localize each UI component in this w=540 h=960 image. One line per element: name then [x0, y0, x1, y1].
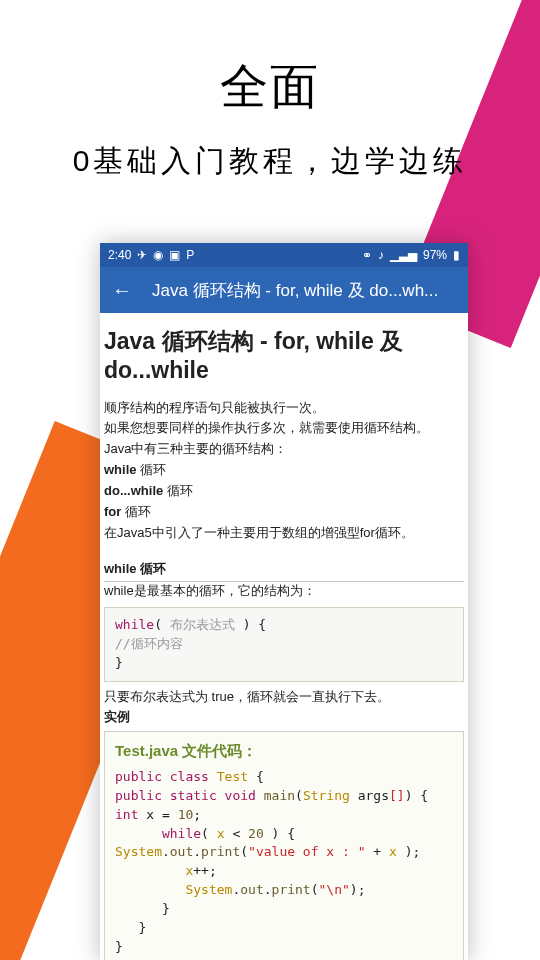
- list-item: while 循环: [104, 461, 464, 480]
- paragraph: Java中有三种主要的循环结构：: [104, 440, 464, 459]
- battery-icon: ▮: [453, 248, 460, 262]
- code-block: while( 布尔表达式 ) { //循环内容 }: [104, 607, 464, 682]
- back-icon[interactable]: ←: [112, 279, 132, 302]
- paragraph: 顺序结构的程序语句只能被执行一次。: [104, 399, 464, 418]
- page-title: Java 循环结构 - for, while 及 do...while: [104, 327, 464, 385]
- promo-heading: 全面: [0, 55, 540, 119]
- document-content[interactable]: Java 循环结构 - for, while 及 do...while 顺序结构…: [100, 313, 468, 960]
- paragraph: 只要布尔表达式为 true，循环就会一直执行下去。: [104, 688, 464, 707]
- status-time: 2:40: [108, 248, 131, 262]
- app-bar: ← Java 循环结构 - for, while 及 do...wh...: [100, 267, 468, 313]
- battery-pct: 97%: [423, 248, 447, 262]
- list-item: for 循环: [104, 503, 464, 522]
- example-label: 实例: [104, 708, 464, 727]
- paragraph: while是最基本的循环，它的结构为：: [104, 582, 464, 601]
- appbar-title: Java 循环结构 - for, while 及 do...wh...: [152, 279, 456, 302]
- bluetooth-icon: ⚭: [362, 248, 372, 262]
- promo-sub: 0基础入门教程，边学边练: [0, 141, 540, 182]
- section-title: while 循环: [104, 560, 464, 582]
- status-bar: 2:40 ✈ ◉ ▣ P ⚭ ♪ ▁▃▅ 97% ▮: [100, 243, 468, 267]
- device-frame: 2:40 ✈ ◉ ▣ P ⚭ ♪ ▁▃▅ 97% ▮ ← Java 循环结构 -…: [100, 243, 468, 960]
- signal-icon: ▁▃▅: [390, 248, 417, 262]
- paragraph: 在Java5中引入了一种主要用于数组的增强型for循环。: [104, 524, 464, 543]
- camera-icon: ◉: [153, 248, 163, 262]
- mute-icon: ♪: [378, 248, 384, 262]
- paragraph: 如果您想要同样的操作执行多次，就需要使用循环结构。: [104, 419, 464, 438]
- dialer-icon: ▣: [169, 248, 180, 262]
- p-icon: P: [186, 248, 194, 262]
- telegram-icon: ✈: [137, 248, 147, 262]
- list-item: do...while 循环: [104, 482, 464, 501]
- example-box: Test.java 文件代码： public class Test { publ…: [104, 731, 464, 960]
- file-label: Test.java 文件代码：: [115, 740, 453, 762]
